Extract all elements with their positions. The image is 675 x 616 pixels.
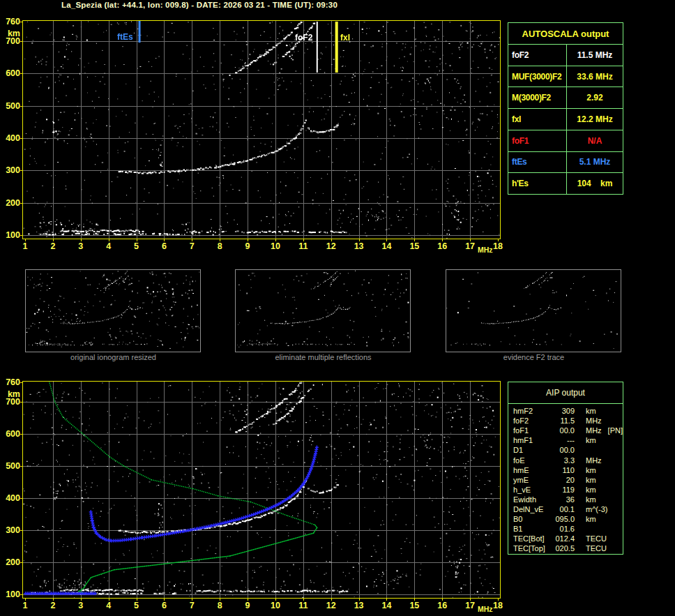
x-tick-mark — [414, 239, 415, 241]
x-tick-label: 3 — [73, 601, 89, 610]
aip-param-label: B1 — [513, 525, 552, 533]
x-tick-mark — [109, 239, 109, 241]
thumbnail-eliminate-reflections — [235, 269, 411, 352]
table-row: hmF2309km — [513, 406, 623, 416]
table-row: DelN_vE00.1m^(-3) — [513, 504, 623, 514]
main-ionogram-plot: ftEs foF2 fxI — [22, 20, 501, 239]
autoscala-param-label: h'Es — [508, 173, 567, 194]
y-tick-mark — [20, 530, 23, 531]
table-row: M(3000)F22.92 — [508, 87, 623, 108]
x-tick-mark — [220, 239, 220, 241]
y-axis-unit-label: km — [1, 29, 20, 38]
x-tick-label: 8 — [211, 241, 228, 251]
autoscala-param-value: 5.1 MHz — [567, 152, 623, 173]
autoscala-param-label: ftEs — [508, 152, 567, 173]
aip-param-value: 36 — [552, 495, 575, 504]
y-tick-mark — [20, 434, 23, 435]
x-tick-label: 16 — [434, 241, 450, 251]
x-tick-label: 2 — [45, 601, 61, 610]
ftes-marker-label: ftEs — [117, 32, 133, 42]
x-tick-mark — [470, 239, 471, 241]
thumbnail-original-ionogram — [25, 269, 201, 352]
autoscala-output-table: AUTOSCALA output foF211.5 MHzMUF(3000)F2… — [508, 22, 623, 195]
table-row: D100.0 — [513, 445, 623, 455]
aip-param-value: 11.5 — [552, 416, 575, 425]
y-tick-label: 200 — [1, 198, 20, 208]
aip-profile-canvas — [23, 382, 500, 598]
y-tick-mark — [20, 466, 23, 467]
autoscala-param-label: M(3000)F2 — [508, 87, 567, 108]
main-ionogram-canvas — [23, 21, 500, 239]
x-tick-label: 12 — [323, 241, 340, 251]
x-tick-label: 6 — [156, 601, 172, 610]
x-tick-label: 12 — [323, 601, 340, 610]
y-tick-mark — [20, 562, 23, 563]
x-tick-mark — [53, 239, 54, 241]
table-row: TEC[Top]020.5TECU — [513, 543, 623, 553]
aip-param-label: h_vE — [513, 486, 552, 494]
y-tick-label: 100 — [1, 589, 20, 599]
y-tick-label: 300 — [1, 525, 20, 535]
x-tick-mark — [275, 599, 276, 601]
x-tick-label: 5 — [128, 601, 145, 610]
aip-param-label: Ewidth — [513, 495, 552, 504]
x-tick-mark — [137, 239, 137, 241]
x-tick-mark — [386, 239, 387, 241]
x-tick-mark — [498, 239, 499, 241]
y-tick-mark — [20, 382, 23, 383]
thumbnail-original-canvas — [26, 270, 200, 349]
table-row: hmE110km — [513, 465, 623, 475]
x-tick-mark — [303, 599, 304, 601]
autoscala-table-body: foF211.5 MHzMUF(3000)F233.6 MHzM(3000)F2… — [508, 44, 623, 194]
y-tick-mark — [20, 22, 23, 22]
aip-param-unit: km — [586, 495, 596, 504]
aip-param-label: foF2 — [513, 416, 552, 425]
x-tick-mark — [414, 599, 415, 601]
aip-param-unit: MHz — [586, 456, 602, 465]
aip-param-value: 095.0 — [552, 515, 575, 523]
x-tick-label: 15 — [406, 601, 423, 610]
x-tick-label: 14 — [378, 601, 395, 610]
fxi-marker-label: fxI — [340, 33, 350, 43]
x-tick-mark — [359, 239, 360, 241]
y-tick-label: 760 — [1, 17, 20, 27]
aip-param-value: 20 — [552, 476, 575, 484]
x-tick-mark — [192, 239, 192, 241]
x-tick-mark — [248, 599, 248, 601]
x-tick-mark — [498, 599, 499, 601]
autoscala-param-value: N/A — [567, 130, 623, 151]
y-tick-label: 300 — [1, 165, 20, 175]
autoscala-param-value: 104 km — [567, 173, 623, 194]
x-tick-mark — [81, 599, 82, 601]
aip-param-value: 309 — [552, 407, 575, 415]
x-tick-mark — [109, 599, 109, 601]
x-tick-mark — [331, 599, 332, 601]
autoscala-param-label: MUF(3000)F2 — [508, 66, 567, 87]
aip-param-value: 00.0 — [552, 426, 575, 435]
x-tick-mark — [25, 599, 26, 601]
y-tick-label: 400 — [1, 133, 20, 143]
thumbnail-caption-eliminate: eliminate multiple reflections — [235, 353, 411, 361]
x-tick-label: 17 — [462, 601, 478, 610]
aip-param-unit: km — [586, 407, 596, 415]
thumbnail-caption-original: original ionogram resized — [25, 353, 202, 361]
x-tick-mark — [192, 599, 192, 601]
table-row: foF100.0MHz[PN] — [513, 426, 623, 435]
table-row: B0095.0km — [513, 514, 623, 524]
aip-param-label: TEC[Top] — [513, 544, 552, 553]
x-tick-mark — [25, 239, 26, 241]
x-tick-label: 15 — [406, 241, 423, 251]
table-row: hmF1---km — [513, 435, 623, 445]
x-tick-label: 6 — [156, 241, 172, 251]
x-tick-label: 17 — [462, 241, 478, 251]
y-tick-label: 600 — [1, 429, 20, 439]
autoscala-param-value: 12.2 MHz — [567, 109, 623, 130]
aip-profile-plot — [22, 381, 501, 599]
table-row: h_vE119km — [513, 485, 623, 495]
x-tick-label: 7 — [183, 601, 200, 610]
table-row: Ewidth36km — [513, 495, 623, 504]
aip-param-unit: TECU — [586, 534, 607, 543]
thumbnail-evidence-f2 — [446, 269, 621, 352]
aip-param-unit: km — [586, 466, 596, 474]
aip-param-label: ymE — [513, 476, 552, 484]
